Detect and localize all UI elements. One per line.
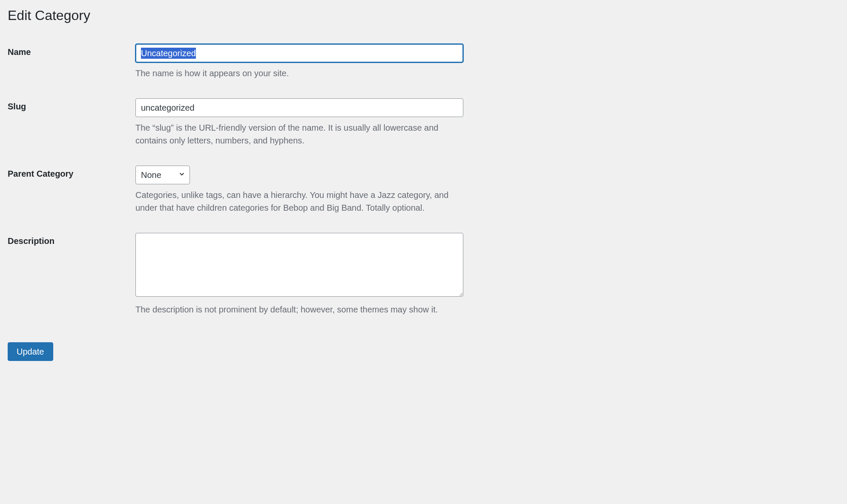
field-row-parent: Parent Category None Categories, unlike … [8, 166, 839, 233]
field-row-description: Description The description is not promi… [8, 233, 839, 335]
slug-label: Slug [8, 102, 26, 111]
parent-description: Categories, unlike tags, can have a hier… [135, 189, 463, 214]
description-textarea[interactable] [135, 233, 463, 297]
name-input[interactable] [135, 44, 463, 63]
slug-description: The “slug” is the URL-friendly version o… [135, 121, 463, 147]
submit-row: Update [8, 342, 839, 361]
update-button[interactable]: Update [8, 342, 53, 361]
slug-input[interactable] [135, 98, 463, 117]
field-row-slug: Slug The “slug” is the URL-friendly vers… [8, 98, 839, 166]
page-title: Edit Category [8, 8, 839, 23]
name-description: The name is how it appears on your site. [135, 67, 463, 80]
field-row-name: Name The name is how it appears on your … [8, 44, 839, 98]
description-description: The description is not prominent by defa… [135, 303, 463, 316]
name-label: Name [8, 47, 31, 57]
parent-label: Parent Category [8, 169, 74, 178]
description-label: Description [8, 236, 55, 246]
parent-select[interactable]: None [135, 166, 190, 184]
edit-category-form: Name The name is how it appears on your … [8, 44, 839, 335]
